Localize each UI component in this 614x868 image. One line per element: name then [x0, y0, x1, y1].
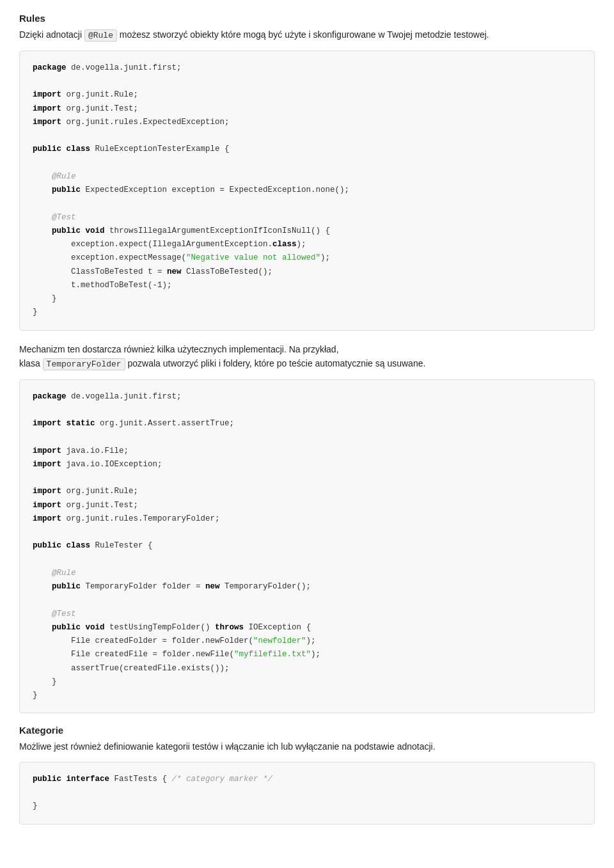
mechanizm-section: Mechanizm ten dostarcza również kilka uż… — [19, 342, 595, 714]
kategorie-title: Kategorie — [19, 725, 595, 736]
code-block-2: package de.vogella.junit.first; import s… — [19, 379, 595, 714]
code-block-1: package de.vogella.junit.first; import o… — [19, 51, 595, 331]
rules-section: Rules Dzięki adnotacji @Rule możesz stwo… — [19, 13, 595, 331]
rules-prose: Dzięki adnotacji @Rule możesz stworzyć o… — [19, 28, 595, 43]
at-rule-inline-code: @Rule — [84, 29, 117, 42]
kategorie-prose: Możliwe jest również definiowanie katego… — [19, 739, 595, 754]
mechanizm-prose: Mechanizm ten dostarcza również kilka uż… — [19, 342, 595, 372]
rules-prose-after: możesz stworzyć obiekty które mogą być u… — [120, 29, 489, 40]
mechanizm-prose-text: Mechanizm ten dostarcza również kilka uż… — [19, 344, 339, 354]
kategorie-section: Kategorie Możliwe jest również definiowa… — [19, 725, 595, 824]
code-block-3: public interface FastTests { /* category… — [19, 762, 595, 825]
klasa-prose-before: klasa — [19, 358, 43, 368]
rules-title: Rules — [19, 13, 595, 24]
rules-prose-before: Dzięki adnotacji — [19, 29, 82, 40]
klasa-prose-after: pozwala utworzyć pliki i foldery, które … — [128, 358, 426, 368]
temporary-folder-inline-code: TemporaryFolder — [43, 358, 125, 370]
